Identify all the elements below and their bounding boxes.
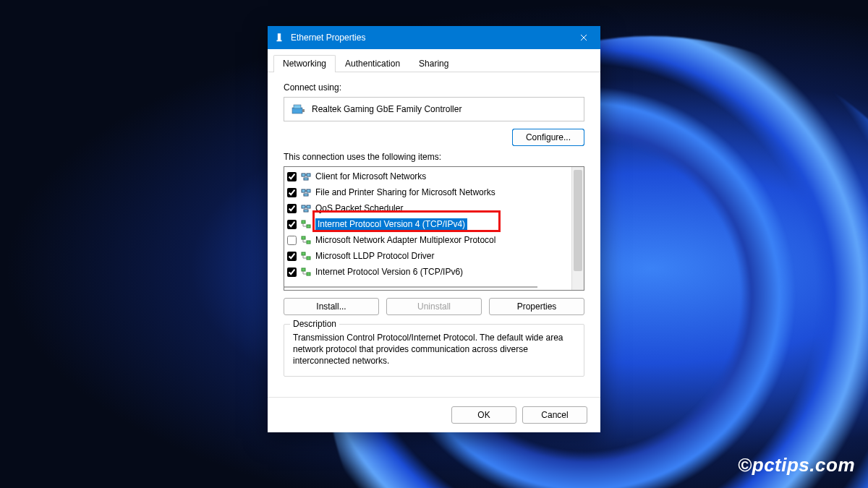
svg-rect-4 [302, 109, 305, 112]
connect-using-label: Connect using: [284, 82, 584, 93]
dialog-footer: OK Cancel [268, 397, 600, 432]
network-card-icon [292, 103, 306, 115]
item-checkbox[interactable] [287, 172, 297, 181]
svg-rect-6 [307, 174, 310, 176]
svg-rect-9 [307, 189, 310, 192]
close-button[interactable] [567, 26, 600, 49]
item-checkbox[interactable] [287, 188, 297, 197]
protocol-icon [299, 171, 312, 182]
uninstall-button: Uninstall [386, 298, 482, 315]
svg-rect-14 [302, 221, 305, 223]
protocol-icon [299, 187, 312, 198]
properties-button[interactable]: Properties [489, 298, 584, 315]
description-text: Transmission Control Protocol/Internet P… [293, 332, 575, 367]
list-item[interactable]: Client for Microsoft Networks [284, 168, 571, 184]
item-label: Microsoft Network Adapter Multiplexor Pr… [315, 235, 495, 245]
description-group: Description Transmission Control Protoco… [284, 324, 584, 377]
item-label: Internet Protocol Version 6 (TCP/IPv6) [315, 267, 463, 277]
item-label: Internet Protocol Version 4 (TCP/IPv4) [315, 218, 467, 230]
connection-items-list: Client for Microsoft NetworksFile and Pr… [284, 166, 584, 291]
list-item[interactable]: Microsoft Network Adapter Multiplexor Pr… [284, 232, 571, 248]
item-checkbox[interactable] [287, 204, 297, 213]
adapter-name: Realtek Gaming GbE Family Controller [312, 104, 461, 114]
svg-rect-15 [307, 225, 310, 228]
svg-rect-0 [278, 34, 281, 40]
protocol-icon [299, 218, 312, 230]
horizontal-scroll-indicator [284, 286, 537, 288]
svg-rect-19 [307, 257, 310, 260]
tab-strip: Networking Authentication Sharing [268, 49, 600, 72]
items-list-inner[interactable]: Client for Microsoft NetworksFile and Pr… [284, 167, 571, 290]
list-item[interactable]: Microsoft LLDP Protocol Driver [284, 248, 571, 264]
list-item[interactable]: QoS Packet Scheduler [284, 200, 571, 216]
watermark-text: ©pctips.com [738, 454, 855, 476]
svg-rect-11 [302, 205, 305, 208]
titlebar[interactable]: Ethernet Properties [268, 26, 600, 49]
svg-rect-21 [307, 273, 310, 275]
scrollbar[interactable] [571, 167, 584, 290]
svg-rect-10 [304, 194, 308, 196]
dialog-body: Connect using: Realtek Gaming GbE Family… [268, 72, 600, 397]
description-legend: Description [290, 319, 339, 329]
svg-rect-3 [294, 105, 301, 108]
tab-networking[interactable]: Networking [273, 55, 336, 72]
tab-authentication[interactable]: Authentication [336, 55, 409, 72]
list-item[interactable]: File and Printer Sharing for Microsoft N… [284, 184, 571, 200]
scrollbar-thumb[interactable] [574, 170, 582, 271]
item-label: QoS Packet Scheduler [315, 203, 403, 213]
configure-button[interactable]: Configure... [512, 129, 584, 146]
ok-button[interactable]: OK [451, 406, 516, 424]
list-item[interactable]: Internet Protocol Version 6 (TCP/IPv6) [284, 264, 571, 280]
item-checkbox[interactable] [287, 252, 297, 261]
item-checkbox[interactable] [287, 236, 297, 245]
svg-rect-12 [307, 205, 310, 208]
ethernet-properties-dialog: Ethernet Properties Networking Authentic… [268, 26, 600, 432]
network-adapter-icon [273, 32, 285, 43]
adapter-field[interactable]: Realtek Gaming GbE Family Controller [284, 97, 584, 121]
svg-rect-8 [302, 189, 305, 192]
item-checkbox[interactable] [287, 267, 297, 277]
item-label: Client for Microsoft Networks [315, 171, 426, 181]
tab-sharing[interactable]: Sharing [409, 55, 458, 72]
protocol-icon [299, 202, 312, 214]
svg-rect-18 [302, 252, 305, 255]
svg-rect-7 [304, 178, 308, 180]
svg-rect-20 [302, 268, 305, 271]
protocol-icon [299, 266, 312, 278]
svg-rect-1 [277, 40, 282, 42]
window-title: Ethernet Properties [291, 33, 567, 43]
cancel-button[interactable]: Cancel [522, 406, 587, 424]
svg-rect-5 [302, 174, 305, 176]
item-label: Microsoft LLDP Protocol Driver [315, 251, 435, 261]
item-label: File and Printer Sharing for Microsoft N… [315, 187, 495, 197]
svg-rect-13 [304, 210, 308, 212]
items-label: This connection uses the following items… [284, 152, 584, 162]
svg-rect-17 [307, 241, 310, 244]
protocol-icon [299, 234, 312, 246]
list-item[interactable]: Internet Protocol Version 4 (TCP/IPv4) [284, 216, 571, 232]
item-checkbox[interactable] [287, 220, 297, 229]
svg-rect-16 [302, 236, 305, 239]
protocol-icon [299, 250, 312, 262]
install-button[interactable]: Install... [284, 298, 379, 315]
